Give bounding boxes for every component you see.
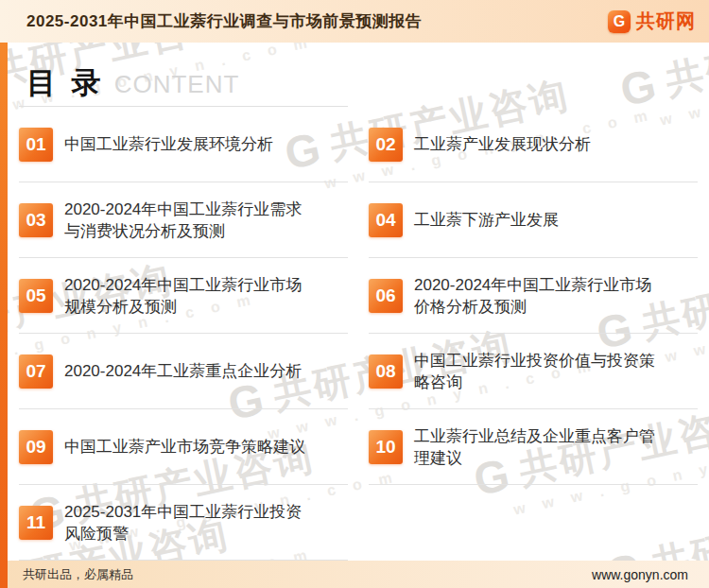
footer-website-link[interactable]: www.gonyn.com [592,567,688,582]
toc-item-number: 01 [19,128,53,162]
toc-heading-en: CONTENT [114,72,240,97]
footer: 共研出品，必属精品 www.gonyn.com [0,561,709,588]
toc-item-number: 03 [19,203,53,237]
toc-item-label: 中国工业萘行业投资价值与投资策略咨询 [414,350,663,393]
toc-item-10: 10 工业萘行业总结及企业重点客户管理建议 [369,409,698,485]
toc-item-number: 11 [19,506,53,540]
toc-item-label: 工业萘产业发展现状分析 [414,133,663,155]
toc-item-11: 11 2025-2031年中国工业萘行业投资风险预警 [19,485,348,561]
toc-item-label: 工业萘下游产业发展 [414,209,663,231]
toc-empty-cell [369,485,698,561]
left-accent-stripe [0,43,8,588]
toc-item-number: 05 [19,279,53,313]
gonyn-logo[interactable]: G 共研网 [608,9,696,34]
toc-item-label: 2020-2024年中国工业萘行业市场价格分析及预测 [414,274,663,318]
toc-item-number: 10 [369,430,403,464]
toc-main: 目 录 CONTENT 01 中国工业萘行业发展环境分析 02 工业萘产业发展现… [0,43,709,561]
toc-item-number: 06 [369,279,403,313]
toc-item-label: 中国工业萘产业市场竞争策略建议 [64,436,313,458]
toc-grid: 01 中国工业萘行业发展环境分析 02 工业萘产业发展现状分析 03 2020-… [19,107,698,561]
toc-item-number: 08 [369,355,403,389]
report-title: 2025-2031年中国工业萘行业调查与市场前景预测报告 [26,10,422,32]
toc-item-05: 05 2020-2024年中国工业萘行业市场规模分析及预测 [19,258,348,334]
toc-item-07: 07 2020-2024年工业萘重点企业分析 [19,334,348,409]
toc-item-label: 中国工业萘行业发展环境分析 [64,133,313,155]
report-toc-page: G共研产业咨询w w w . g o n y n . c o m G共研产业咨询… [0,0,709,588]
toc-item-02: 02 工业萘产业发展现状分析 [369,107,698,182]
toc-item-01: 01 中国工业萘行业发展环境分析 [19,107,348,182]
footer-slogan: 共研出品，必属精品 [23,566,133,583]
toc-item-label: 2020-2024年中国工业萘行业市场规模分析及预测 [64,274,313,318]
toc-item-label: 2025-2031年中国工业萘行业投资风险预警 [64,501,313,545]
toc-item-number: 09 [19,430,53,464]
toc-item-number: 04 [369,203,403,237]
toc-heading: 目 录 CONTENT [19,43,348,107]
toc-item-number: 07 [19,355,53,389]
toc-item-label: 2020-2024年工业萘重点企业分析 [64,360,313,382]
header: 2025-2031年中国工业萘行业调查与市场前景预测报告 G 共研网 [0,0,709,43]
toc-item-04: 04 工业萘下游产业发展 [369,182,698,258]
toc-item-number: 02 [369,128,403,162]
toc-item-03: 03 2020-2024年中国工业萘行业需求与消费状况分析及预测 [19,182,348,258]
toc-heading-zh: 目 录 [26,68,105,97]
toc-item-09: 09 中国工业萘产业市场竞争策略建议 [19,409,348,485]
gonyn-logo-text: 共研网 [636,9,696,34]
toc-item-06: 06 2020-2024年中国工业萘行业市场价格分析及预测 [369,258,698,334]
toc-item-label: 2020-2024年中国工业萘行业需求与消费状况分析及预测 [64,199,313,242]
toc-item-08: 08 中国工业萘行业投资价值与投资策略咨询 [369,334,698,409]
gonyn-g-icon: G [608,10,631,33]
toc-item-label: 工业萘行业总结及企业重点客户管理建议 [414,425,663,469]
